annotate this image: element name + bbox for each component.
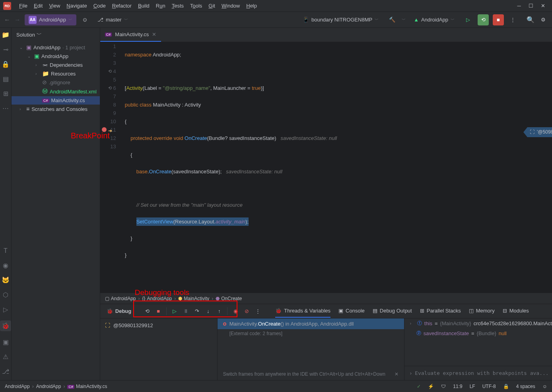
debug-button[interactable]: ⟲ — [478, 14, 489, 25]
thread-name: @509801329912 — [113, 322, 153, 328]
view-breakpoints-button[interactable]: ◉ — [231, 307, 240, 316]
tab-memory[interactable]: ◫Memory — [469, 305, 495, 318]
tab-parallel-stacks[interactable]: ⊞Parallel Stacks — [420, 305, 461, 318]
mute-breakpoints-button[interactable]: ⊘ — [242, 307, 251, 316]
tree-manifest[interactable]: Ⓜ AndroidManifest.xml — [12, 87, 100, 96]
tree-project[interactable]: ⌄▣ AndroidApp — [12, 52, 100, 60]
settings-icon[interactable]: ⚙ — [538, 15, 548, 24]
terminal-icon[interactable]: ▣ — [3, 338, 9, 346]
nav-back-icon[interactable]: ← — [4, 16, 10, 23]
project-selector[interactable]: AA AndroidApp ﹀ — [25, 14, 76, 25]
tab-threads-variables[interactable]: 🐞Threads & Variables — [275, 305, 330, 318]
breadcrumb-file[interactable]: ▢ AndroidApp — [105, 296, 136, 301]
status-path-1[interactable]: AndroidApp — [5, 384, 30, 389]
editor-tab[interactable]: C# MainActivity.cs ✕ — [100, 28, 161, 42]
menu-window[interactable]: Window — [218, 1, 243, 10]
close-icon[interactable]: ✕ — [540, 3, 546, 9]
solution-header[interactable]: Solution ﹀ — [12, 28, 100, 41]
status-indent[interactable]: 4 spaces — [516, 384, 535, 389]
tab-modules[interactable]: ⊟Modules — [503, 305, 529, 318]
debug-bug-icon[interactable]: 🐞 — [0, 320, 11, 331]
commit-icon[interactable]: ⊸ — [3, 46, 8, 53]
breadcrumb-method[interactable]: ⬣ OnCreate — [216, 296, 242, 301]
branch-selector[interactable]: ⎇ master ﹀ — [93, 15, 132, 24]
more-tools-icon[interactable]: ⋯ — [2, 105, 9, 112]
folder-icon[interactable]: 📁 — [2, 31, 10, 39]
thread-tag[interactable]: ⛶ '@509801329912' — [523, 127, 552, 137]
console-icon: ▣ — [338, 308, 343, 314]
menu-run[interactable]: Run — [153, 1, 169, 10]
status-line-col[interactable]: 11:9 — [453, 384, 462, 389]
stop-button[interactable]: ■ — [493, 14, 504, 25]
structure-icon[interactable]: ▤ — [3, 75, 9, 83]
menu-edit[interactable]: Edit — [31, 1, 46, 10]
menu-git[interactable]: Git — [205, 1, 218, 10]
problems-icon[interactable]: ⚠ — [3, 353, 8, 361]
status-face-icon[interactable]: ☺ — [542, 384, 547, 389]
status-power-icon[interactable]: ⚡ — [428, 384, 434, 389]
device-selector[interactable]: 📱 boundary NITROGEN8MP ﹀ — [299, 15, 383, 24]
var-savedstate[interactable]: ⓟ savedInstanceState = {Bundle} null — [404, 328, 552, 338]
eval-input[interactable]: Evaluate expression with breakpoints ava… — [415, 370, 551, 376]
menu-refactor[interactable]: Refactor — [109, 1, 135, 10]
debug-more-icon[interactable]: ⋮ — [253, 307, 262, 316]
menu-tests[interactable]: Tests — [169, 1, 187, 10]
chevron-down-icon[interactable]: ﹀ — [402, 17, 406, 23]
stop-debug-button[interactable]: ■ — [154, 307, 163, 316]
tab-debug-output[interactable]: ▤Debug Output — [373, 305, 412, 318]
step-over-button[interactable]: ↷ — [192, 307, 202, 316]
minimize-icon[interactable]: ─ — [516, 3, 522, 9]
resume-button[interactable]: ▷ — [170, 307, 179, 316]
unit-tests-icon[interactable]: ⊞ — [3, 90, 8, 97]
tab-console[interactable]: ▣Console — [338, 305, 365, 318]
step-out-button[interactable]: ↑ — [214, 307, 224, 316]
external-frames[interactable]: [External code: 2 frames] — [218, 329, 404, 338]
status-line-ending[interactable]: LF — [470, 384, 475, 389]
terminal-t-icon[interactable]: T — [4, 247, 8, 254]
cat-icon[interactable]: 🐱 — [2, 276, 10, 284]
menu-navigate[interactable]: Navigate — [63, 1, 90, 10]
menu-tools[interactable]: Tools — [187, 1, 205, 10]
code-editor[interactable]: namespace AndroidApp; [Activity(Label = … — [120, 42, 552, 293]
csharp-icon: C# — [105, 33, 112, 37]
menu-help[interactable]: Help — [243, 1, 260, 10]
close-tab-icon[interactable]: ✕ — [152, 31, 156, 37]
var-this[interactable]: › ⓕ this = {MainActivity} crc64e75cd28e1… — [404, 318, 552, 328]
run-button[interactable]: ▷ — [463, 14, 474, 25]
rerun-button[interactable]: ⟲ — [142, 307, 152, 316]
status-shield-icon[interactable]: 🛡 — [441, 384, 446, 389]
search-icon[interactable]: 🔍 — [527, 16, 535, 23]
frame-row[interactable]: MainActivity.OnCreate() in AndroidApp, A… — [218, 318, 404, 329]
bookmark-icon[interactable]: ◉ — [3, 262, 8, 269]
debug-lock-icon[interactable]: 🔒 — [2, 60, 10, 68]
tree-root[interactable]: ⌄▣ AndroidApp · 1 project — [12, 43, 100, 52]
status-lock-icon[interactable]: 🔒 — [503, 384, 509, 389]
build-play-icon[interactable]: ⬡ — [3, 291, 8, 299]
vcs-icon[interactable]: ⊙ — [80, 15, 89, 24]
tree-deps[interactable]: ›⫘ Dependencies — [12, 60, 100, 69]
step-into-button[interactable]: ↓ — [203, 307, 213, 316]
more-icon[interactable]: ⋮ — [508, 15, 518, 24]
status-path-3[interactable]: C#MainActivity.cs — [67, 384, 107, 389]
tree-mainactivity[interactable]: C# MainActivity.cs — [12, 96, 100, 105]
status-path-2[interactable]: AndroidApp — [36, 384, 61, 389]
menu-file[interactable]: File — [16, 1, 31, 10]
debug-tool-tab[interactable]: 🐞 Debug — [103, 307, 134, 316]
status-ok-icon[interactable]: ✓ — [417, 384, 421, 389]
menu-build[interactable]: Build — [135, 1, 153, 10]
build-icon[interactable]: 🔨 — [387, 15, 398, 24]
vcs-branch-icon[interactable]: ⎇ — [2, 368, 9, 375]
tree-scratches[interactable]: ›≡ Scratches and Consoles — [12, 105, 100, 113]
run-play-icon[interactable]: ▷ — [3, 306, 8, 313]
close-hint-icon[interactable]: ✕ — [395, 371, 398, 377]
maximize-icon[interactable]: ☐ — [528, 3, 534, 9]
status-encoding[interactable]: UTF-8 — [482, 384, 496, 389]
menu-view[interactable]: View — [46, 1, 63, 10]
tree-resources[interactable]: ›📁 Resources — [12, 69, 100, 78]
nav-forward-icon[interactable]: → — [14, 16, 21, 23]
pause-button[interactable]: ⏸ — [181, 307, 190, 316]
tree-gitignore[interactable]: ⊘ .gitignore — [12, 78, 100, 87]
thread-row[interactable]: ⛶ @509801329912 — [100, 320, 217, 331]
menu-code[interactable]: Code — [90, 1, 109, 10]
run-config-selector[interactable]: ▲ AndroidApp ﹀ — [410, 15, 459, 24]
